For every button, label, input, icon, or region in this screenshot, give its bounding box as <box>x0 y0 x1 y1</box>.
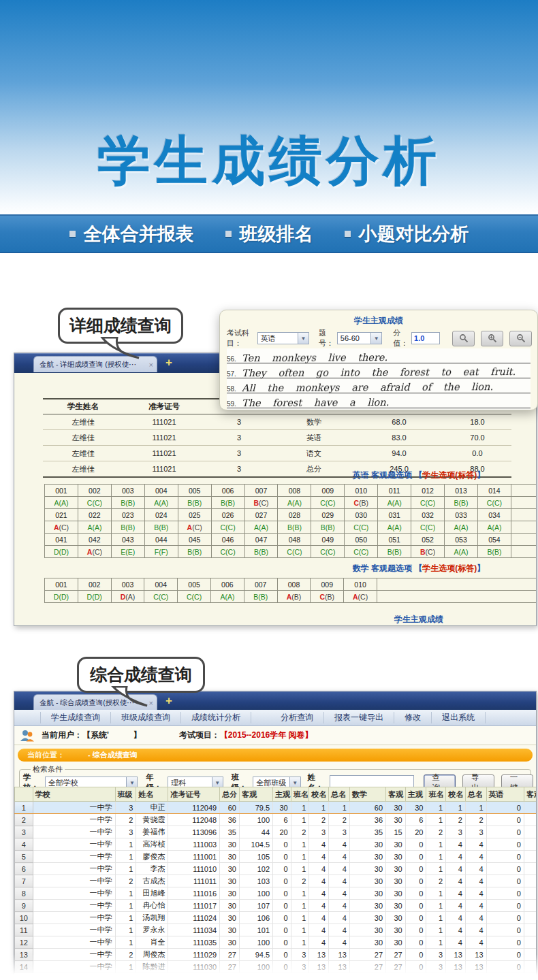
english-options-label-highlight: 学生选项(标答) <box>422 470 477 480</box>
banner-item-label: 班级排名 <box>240 222 313 246</box>
grid-cell: 0 <box>405 863 426 875</box>
grid-cell: 1 <box>465 802 486 814</box>
student-answer-correct: A(A) <box>454 523 469 532</box>
grid-col-header: 总名 <box>329 787 350 802</box>
empty-cell <box>511 521 537 534</box>
student-answer-correct: B(B) <box>121 499 135 507</box>
student-answer-correct: D(D) <box>87 593 102 601</box>
exam-project-label: 考试项目： <box>179 730 220 741</box>
grid-cell: 0 <box>273 900 291 912</box>
grid-row[interactable]: 1一中学3申正1120496079.5301116030301110 <box>15 802 537 814</box>
menu-item-2[interactable]: 班级成绩查询 <box>111 712 181 723</box>
grid-col-header: 总分 <box>220 787 240 802</box>
grid-cell: 1 <box>291 887 309 900</box>
grid-cell: 2 <box>426 875 446 887</box>
grid-cell: 30 <box>386 802 406 814</box>
student-answer-correct: C(C) <box>320 548 335 556</box>
question-number-cell: 022 <box>78 509 111 521</box>
grid-cell: 104.5 <box>239 838 272 851</box>
handwriting-line-number: 56. <box>227 355 242 363</box>
grid-row[interactable]: 9一中学1冉心怡111017301070144303001440 <box>15 900 537 912</box>
question-number-cell: 049 <box>311 534 345 546</box>
grid-cell: 0 <box>273 936 291 949</box>
grid-row[interactable]: 6一中学1李杰111010301020144303001440 <box>15 863 537 875</box>
grid-cell <box>524 851 536 863</box>
chevron-down-icon[interactable]: ▼ <box>370 333 381 344</box>
menu-item-5[interactable]: 报表一键导出 <box>324 712 394 723</box>
grid-cell: 1 <box>446 802 466 814</box>
menu-item-3[interactable]: 成绩统计分析 <box>181 712 251 723</box>
options-answer-row: D(D)D(D)D(A)C(C)C(C)A(A)B(B)A(B)C(B)A(C) <box>45 591 537 603</box>
question-number-cell: 046 <box>211 534 244 546</box>
score-input-label: 分值： <box>393 328 411 348</box>
search-icon[interactable] <box>452 331 475 346</box>
question-number-cell: 006 <box>211 485 244 497</box>
grid-row[interactable]: 7一中学2古成杰111011301030244303002440 <box>15 875 537 887</box>
grid-cell: 4 <box>465 887 486 900</box>
grid-row[interactable]: 5一中学1廖俊杰111001301050144303001440 <box>15 851 537 863</box>
grid-row[interactable]: 8一中学1田旭峰111016301000144303001440 <box>15 887 537 900</box>
grid-rownum-cell: 2 <box>15 814 33 826</box>
grid-cell: 0 <box>273 875 291 887</box>
qnum-select[interactable]: 56-60 ▼ <box>337 332 382 344</box>
grid-cell: 6 <box>405 814 426 826</box>
grid-cell: 4 <box>446 875 466 887</box>
question-number-cell: 002 <box>78 578 111 591</box>
w2-new-tab-icon[interactable]: + <box>165 694 172 708</box>
question-number-cell: 001 <box>45 578 78 591</box>
grid-row[interactable]: 3一中学3姜福伟1130963544202333515202330 <box>15 826 537 838</box>
standard-answer: (C) <box>192 523 202 532</box>
grid-cell: 105 <box>239 851 272 863</box>
student-answer-correct: C(C) <box>220 523 235 532</box>
grid-row[interactable]: 10一中学1汤凯翔111024301060144303001440 <box>15 912 537 924</box>
question-number-cell: 009 <box>311 485 345 497</box>
question-number-cell: 007 <box>244 485 278 497</box>
answer-cell: C(C) <box>477 497 511 509</box>
menu-item-1[interactable]: 学生成绩查询 <box>40 712 111 723</box>
subject-select[interactable]: 英语 ▼ <box>257 332 309 344</box>
grid-row[interactable]: 4一中学1高涔桢11100330104.50144303001440 <box>15 838 537 851</box>
answer-cell: B(B) <box>378 546 411 558</box>
grid-cell: 1 <box>426 851 446 863</box>
grid-cell: 4 <box>309 851 329 863</box>
question-number-cell: 054 <box>477 534 511 546</box>
menu-item-7[interactable]: 退出系统 <box>432 712 486 723</box>
chevron-down-icon[interactable]: ▼ <box>298 333 308 344</box>
question-number-cell: 031 <box>378 509 411 521</box>
grid-cell: 30 <box>405 802 426 814</box>
grid-cell: 4 <box>465 924 486 936</box>
english-options-table: 0010020030040050060070080090100110120130… <box>44 484 537 558</box>
menu-item-6[interactable]: 修改 <box>394 712 432 723</box>
grid-row[interactable]: 2一中学2黄骁霞112048361006122363061220 <box>15 814 537 826</box>
grid-row[interactable]: 11一中学1罗永永111034301010144303001440 <box>15 924 537 936</box>
zoom-in-icon[interactable] <box>481 331 503 346</box>
zoom-out-icon[interactable] <box>509 331 532 346</box>
score-input[interactable] <box>411 332 440 344</box>
student-answer-wrong: C <box>319 593 325 601</box>
question-number-cell: 010 <box>344 578 377 591</box>
handwriting-line: 57.They often go into the forest to eat … <box>227 363 531 378</box>
grid-cell: 0 <box>273 924 291 936</box>
empty-cell <box>511 497 537 509</box>
math-options-table: 001002003004005006007008009010 D(D)D(D)D… <box>44 578 537 603</box>
question-number-cell: 008 <box>277 578 311 591</box>
grid-cell: 111034 <box>168 924 220 936</box>
bottom-fade <box>0 954 538 980</box>
grid-cell: 15 <box>386 826 406 838</box>
grid-cell: 3 <box>115 826 136 838</box>
grid-cell: 111011 <box>168 875 220 887</box>
grid-cell: 4 <box>329 912 350 924</box>
grid-cell: 1 <box>291 924 309 936</box>
grid-cell: 30 <box>349 875 385 887</box>
grid-cell <box>524 936 536 949</box>
english-options-bracket-close: 】 <box>477 470 485 480</box>
menu-item-4[interactable]: 分析查询 <box>270 712 324 723</box>
answer-cell: C(B) <box>345 497 378 509</box>
grid-row[interactable]: 12一中学1肖全111035301000144303001440 <box>15 936 537 949</box>
w1-tab-close-icon[interactable]: × <box>149 361 153 369</box>
w1-new-tab-icon[interactable]: + <box>165 356 172 370</box>
grid-cell: 30 <box>386 838 406 851</box>
student-answer-correct: D(D) <box>54 548 69 556</box>
grid-cell <box>524 875 536 887</box>
score-cell: 111021 <box>123 430 205 446</box>
